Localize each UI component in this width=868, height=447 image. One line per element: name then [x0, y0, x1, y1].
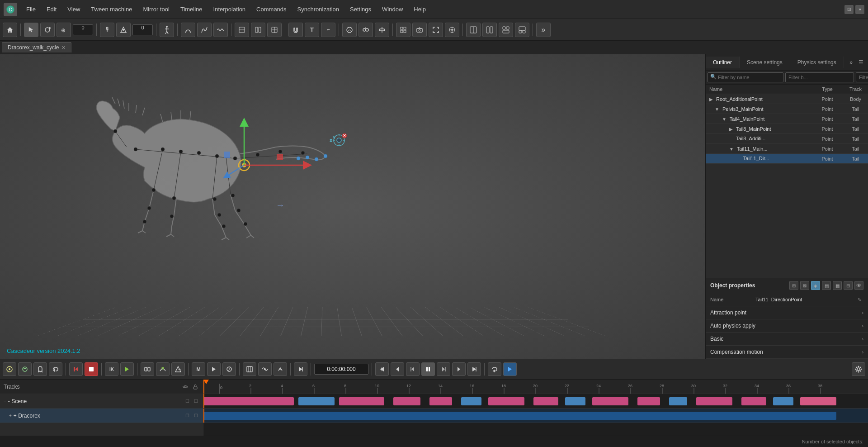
name-edit-icon[interactable]: ✎: [855, 295, 863, 304]
rotate-tool-btn[interactable]: [40, 23, 55, 37]
menu-mirror[interactable]: Mirror tool: [137, 4, 175, 14]
bracket-btn[interactable]: ⌐: [321, 23, 335, 37]
dracorex-expand-icon[interactable]: +: [9, 413, 12, 418]
scene-timeline-track[interactable]: [203, 394, 868, 409]
outliner-row[interactable]: ▼ Tail11_Main... Point Tail: [706, 144, 868, 154]
menu-synchronization[interactable]: Synchronization: [292, 4, 345, 14]
rig2-tool-btn[interactable]: [116, 23, 131, 37]
frame-tools-btn[interactable]: [243, 362, 256, 376]
keyframe-bar-7[interactable]: [488, 397, 524, 405]
scene-checkbox2-icon[interactable]: ☐: [192, 398, 199, 405]
keyframe-bar-2[interactable]: [298, 397, 335, 405]
dracorex-keyframe-bar[interactable]: [203, 412, 836, 420]
menu-settings[interactable]: Settings: [344, 4, 377, 14]
keyframe-bar-11[interactable]: [637, 397, 660, 405]
prev-frame-btn[interactable]: [406, 362, 420, 376]
scene-settings-tab[interactable]: Scene settings: [740, 57, 790, 68]
grid2-btn[interactable]: [251, 23, 265, 37]
view4-btn[interactable]: [515, 23, 529, 37]
keyframe-bar-16[interactable]: [800, 397, 836, 405]
pose-tool-btn[interactable]: [160, 23, 174, 37]
keyframe-bar-6[interactable]: [461, 397, 481, 405]
filter-by-name-input[interactable]: [708, 72, 783, 82]
dracorex-checkbox-icon[interactable]: ☐: [184, 412, 191, 419]
sim3-btn[interactable]: [375, 23, 389, 37]
expand-btn[interactable]: [396, 23, 410, 37]
text-btn[interactable]: T: [305, 23, 319, 37]
scale-tool-btn[interactable]: ⊕: [57, 23, 71, 37]
lock-all-icon[interactable]: [191, 383, 199, 391]
menu-file[interactable]: File: [21, 4, 41, 14]
stop-btn[interactable]: [85, 362, 98, 376]
grid3-btn[interactable]: [267, 23, 282, 37]
splitview2-btn[interactable]: [482, 23, 497, 37]
curve2-btn[interactable]: [197, 23, 212, 37]
loop-btn[interactable]: [49, 362, 62, 376]
ik-btn[interactable]: IK: [105, 362, 118, 376]
keyframe-bar-12[interactable]: [669, 397, 687, 405]
grid1-btn[interactable]: [235, 23, 249, 37]
prop-table-icon[interactable]: ⊟: [844, 281, 853, 290]
more-tools-btn[interactable]: [274, 362, 287, 376]
play-forward-btn[interactable]: [120, 362, 134, 376]
interp3-btn[interactable]: [171, 362, 185, 376]
viewport[interactable]: ▼: [0, 54, 705, 359]
compensation-motion-section[interactable]: Compensation motion ›: [706, 346, 868, 359]
overflow-btn[interactable]: »: [536, 23, 551, 37]
window-expand-icon[interactable]: »: [855, 5, 864, 14]
panel-overflow-btn[interactable]: »: [846, 57, 856, 68]
keyframe-bar-5[interactable]: [429, 397, 452, 405]
menu-window[interactable]: Window: [377, 4, 408, 14]
next-keyframe-btn[interactable]: [452, 362, 466, 376]
magnet-btn[interactable]: [288, 23, 303, 37]
sim1-btn[interactable]: [342, 23, 357, 37]
attraction-point-section[interactable]: Attraction point ›: [706, 306, 868, 319]
keyframe-bar-8[interactable]: [533, 397, 558, 405]
panel-menu-icon[interactable]: ☰: [856, 58, 865, 67]
basic-section[interactable]: Basic ›: [706, 333, 868, 346]
extra-btn[interactable]: [294, 362, 307, 376]
menu-tween[interactable]: Tween machine: [85, 4, 137, 14]
dracorex-track-row[interactable]: + + Dracorex ☐ ☐: [0, 409, 203, 423]
ghost-btn[interactable]: [33, 362, 47, 376]
rig-tool-btn[interactable]: [100, 23, 114, 37]
pause-btn[interactable]: [421, 362, 435, 376]
window-restore-icon[interactable]: ⊡: [844, 5, 854, 14]
outliner-row[interactable]: ▼ Tail4_MainPoint Point Tail: [706, 114, 868, 124]
keyframe-bar-3[interactable]: [339, 397, 384, 405]
skip-forward-btn[interactable]: [467, 362, 481, 376]
prop-shape-icon[interactable]: ◈: [811, 281, 820, 290]
outliner-row-selected[interactable]: ▶ Tail11_Dir... Point Tail: [706, 154, 868, 164]
prop-eye-icon[interactable]: 👁: [854, 281, 863, 290]
fullscreen-btn[interactable]: [429, 23, 443, 37]
dracorex-timeline-track[interactable]: [203, 409, 868, 423]
timeline-settings-btn[interactable]: [852, 362, 865, 376]
menu-view[interactable]: View: [62, 4, 85, 14]
menu-timeline[interactable]: Timeline: [175, 4, 208, 14]
splitview-btn[interactable]: [466, 23, 481, 37]
interp2-btn[interactable]: [156, 362, 170, 376]
transform-input[interactable]: 0: [73, 24, 93, 35]
interp-adv-btn[interactable]: [258, 362, 272, 376]
sim2-btn[interactable]: [359, 23, 373, 37]
menu-interpolation[interactable]: Interpolation: [208, 4, 251, 14]
interp1-btn[interactable]: [141, 362, 154, 376]
filter-type-input[interactable]: [785, 72, 854, 82]
mode-forward-btn[interactable]: [207, 362, 221, 376]
outliner-row[interactable]: ▶ Tail8_MainPoint Point Tail: [706, 124, 868, 134]
outliner-row[interactable]: ▶ Tail8_Additi... Point Tail: [706, 134, 868, 144]
curve1-btn[interactable]: [181, 23, 195, 37]
target-btn[interactable]: [445, 23, 459, 37]
keyframe-bar-13[interactable]: [696, 397, 732, 405]
filter-track-input[interactable]: [856, 72, 868, 82]
prev-keyframe-btn[interactable]: [391, 362, 404, 376]
frame-backward-btn[interactable]: [69, 362, 83, 376]
outliner-row[interactable]: ▶ Root_AdditionalPoint Point Body: [706, 94, 868, 104]
dracorex-checkbox2-icon[interactable]: ☐: [192, 412, 199, 419]
scene-track-row[interactable]: − - Scene ☐ ☐: [0, 394, 203, 409]
next-frame-btn[interactable]: [437, 362, 450, 376]
play-scene-btn[interactable]: [3, 362, 16, 376]
keyframe-bar-9[interactable]: [565, 397, 585, 405]
play-blue-btn[interactable]: [503, 362, 517, 376]
scene-checkbox-icon[interactable]: ☐: [184, 398, 191, 405]
